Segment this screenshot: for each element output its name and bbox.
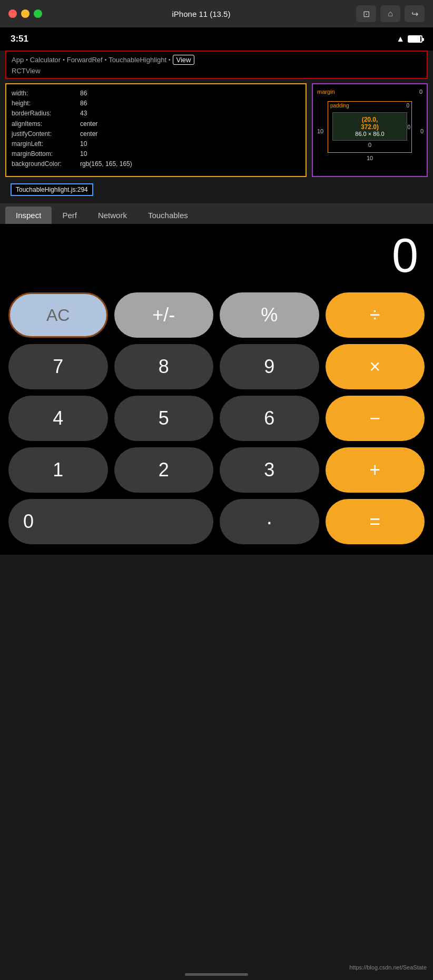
devtools-tabs: Inspect Perf Network Touchables — [0, 203, 433, 224]
calculator-display: 0 — [0, 224, 433, 287]
panels-row: width: 86 height: 86 borderRadius: 43 al… — [5, 83, 428, 177]
breadcrumb-row: App • Calculator • ForwardRef • Touchabl… — [12, 55, 421, 65]
tab-inspect[interactable]: Inspect — [5, 207, 52, 224]
box-model-panel: margin 0 10 0 padding 0 0 (20.0, 372.0) … — [312, 83, 428, 177]
prop-key-bgcolor: backgroundColor: — [12, 159, 80, 169]
button-percent[interactable]: % — [220, 292, 319, 338]
button-multiply[interactable]: × — [326, 344, 425, 389]
box-model-padding-top: 0 — [406, 103, 409, 109]
properties-panel: width: 86 height: 86 borderRadius: 43 al… — [5, 83, 307, 177]
prop-key-justifycontent: justifyContent: — [12, 129, 80, 139]
prop-val-marginleft: 10 — [80, 139, 87, 149]
rotate-icon[interactable]: ↪ — [405, 5, 425, 22]
box-model-inner: (20.0, 372.0) 86.0 × 86.0 — [332, 112, 407, 141]
box-model-padding-right: 0 — [407, 124, 410, 130]
box-model-padding-bottom: 0 — [332, 142, 407, 148]
prop-key-borderradius: borderRadius: — [12, 109, 80, 119]
button-3[interactable]: 3 — [220, 447, 319, 493]
bc-rctview: RCTView — [12, 67, 41, 75]
button-5[interactable]: 5 — [114, 396, 214, 441]
box-model-size-y: 372.0) — [335, 123, 405, 131]
battery-icon — [408, 35, 422, 43]
traffic-light-yellow[interactable] — [21, 9, 29, 18]
bc-touchable[interactable]: TouchableHighlight — [109, 56, 166, 64]
bc-app[interactable]: App — [12, 56, 24, 64]
bc-calculator[interactable]: Calculator — [30, 56, 61, 64]
box-model-size-x: (20.0, — [335, 116, 405, 123]
prop-key-marginbottom: marginBottom: — [12, 149, 80, 159]
prop-key-width: width: — [12, 89, 80, 99]
traffic-lights — [8, 9, 42, 18]
screenshot-icon[interactable]: ⊡ — [356, 5, 376, 22]
prop-alignitems: alignItems: center — [12, 119, 300, 129]
traffic-light-green[interactable] — [34, 9, 42, 18]
button-1[interactable]: 1 — [8, 447, 108, 493]
tab-perf[interactable]: Perf — [52, 207, 87, 224]
bc-view-active[interactable]: View — [173, 55, 195, 65]
prop-key-alignitems: alignItems: — [12, 119, 80, 129]
component-breadcrumb: App • Calculator • ForwardRef • Touchabl… — [5, 51, 428, 79]
box-model-padding-label: padding — [330, 103, 349, 109]
footer: https://blog.csdn.net/SeaState — [0, 954, 433, 980]
bc-forwardref[interactable]: ForwardRef — [67, 56, 103, 64]
bc-dot-3: • — [105, 57, 107, 63]
box-model-margin-left: 10 — [317, 128, 323, 134]
window-title: iPhone 11 (13.5) — [52, 9, 351, 18]
button-plus[interactable]: + — [326, 447, 425, 493]
footer-url: https://blog.csdn.net/SeaState — [349, 964, 427, 971]
button-7[interactable]: 7 — [8, 344, 108, 389]
prop-val-alignitems: center — [80, 119, 97, 129]
button-6[interactable]: 6 — [220, 396, 319, 441]
prop-bgcolor: backgroundColor: rgb(165, 165, 165) — [12, 159, 300, 169]
button-decimal[interactable]: · — [220, 499, 319, 544]
button-9[interactable]: 9 — [220, 344, 319, 389]
box-model-padding: padding 0 0 (20.0, 372.0) 86.0 × 86.0 0 — [328, 101, 412, 153]
prop-marginleft: marginLeft: 10 — [12, 139, 300, 149]
prop-width: width: 86 — [12, 89, 300, 99]
status-bar: 3:51 ▲ — [0, 27, 433, 51]
box-model-outer: 10 0 padding 0 0 (20.0, 372.0) 86.0 × 86… — [317, 91, 422, 172]
button-plus-minus[interactable]: +/- — [114, 292, 214, 338]
prop-borderradius: borderRadius: 43 — [12, 109, 300, 119]
prop-val-width: 86 — [80, 89, 87, 99]
bc-dot-2: • — [63, 57, 65, 63]
button-equals[interactable]: = — [326, 499, 425, 544]
prop-val-justifycontent: center — [80, 129, 97, 139]
button-ac-label: AC — [10, 294, 106, 336]
button-2[interactable]: 2 — [114, 447, 214, 493]
breadcrumb-second-row: RCTView — [12, 67, 421, 75]
title-icons: ⊡ ⌂ ↪ — [356, 5, 425, 22]
status-icons: ▲ — [396, 34, 422, 44]
bc-dot-4: • — [169, 57, 171, 63]
prop-key-marginleft: marginLeft: — [12, 139, 80, 149]
prop-height: height: 86 — [12, 99, 300, 109]
traffic-light-red[interactable] — [8, 9, 17, 18]
tab-network[interactable]: Network — [87, 207, 137, 224]
prop-val-bgcolor: rgb(165, 165, 165) — [80, 159, 132, 169]
file-ref-container: TouchableHighlight.js:294 — [5, 181, 428, 198]
home-indicator — [185, 973, 248, 976]
box-model-dimensions: 86.0 × 86.0 — [335, 131, 405, 137]
box-model-margin-bottom: 10 — [328, 155, 412, 161]
box-model-margin-right: 0 — [420, 128, 424, 134]
file-ref[interactable]: TouchableHighlight.js:294 — [11, 183, 93, 196]
prop-justifycontent: justifyContent: center — [12, 129, 300, 139]
bc-dot-1: • — [26, 57, 28, 63]
home-icon[interactable]: ⌂ — [380, 5, 400, 22]
prop-key-height: height: — [12, 99, 80, 109]
title-bar: iPhone 11 (13.5) ⊡ ⌂ ↪ — [0, 0, 433, 27]
button-divide[interactable]: ÷ — [326, 292, 425, 338]
button-0[interactable]: 0 — [8, 499, 213, 544]
prop-val-height: 86 — [80, 99, 87, 109]
button-minus[interactable]: − — [326, 396, 425, 441]
calculator-buttons: AC +/- % ÷ 7 8 9 × 4 5 6 − 1 2 3 + 0 · = — [0, 287, 433, 555]
button-4[interactable]: 4 — [8, 396, 108, 441]
wifi-icon: ▲ — [396, 34, 405, 44]
display-value: 0 — [392, 229, 418, 283]
prop-marginbottom: marginBottom: 10 — [12, 149, 300, 159]
tab-touchables[interactable]: Touchables — [137, 207, 199, 224]
button-ac[interactable]: AC — [8, 292, 108, 338]
prop-val-marginbottom: 10 — [80, 149, 87, 159]
prop-val-borderradius: 43 — [80, 109, 87, 119]
button-8[interactable]: 8 — [114, 344, 214, 389]
